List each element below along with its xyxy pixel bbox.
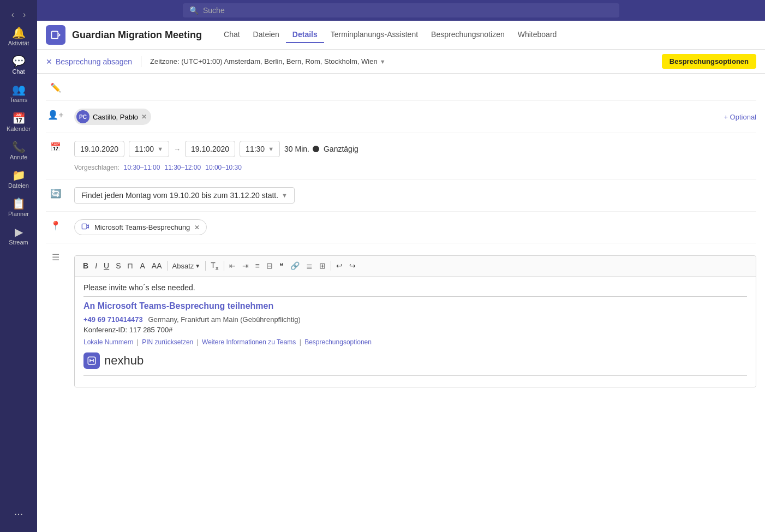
- toolbar-font-size[interactable]: AA: [149, 260, 165, 272]
- toolbar-underline[interactable]: U: [101, 260, 112, 272]
- teams-join-link[interactable]: An Microsoft Teams-Besprechung teilnehme…: [83, 301, 747, 311]
- recurrence-content: Findet jeden Montag vom 19.10.20 bis zum…: [74, 187, 756, 204]
- optional-button[interactable]: + Optional: [724, 113, 756, 121]
- link-pin-reset[interactable]: PIN zurücksetzen: [142, 338, 193, 346]
- toolbar-sep-2: [205, 261, 206, 271]
- attendee-name: Castillo, Pablo: [93, 113, 138, 121]
- link-besprechungsoptionen[interactable]: Besprechungsoptionen: [304, 338, 372, 346]
- toolbar-bold[interactable]: B: [80, 260, 91, 272]
- sidebar-item-anrufe[interactable]: 📞 Anrufe: [0, 137, 37, 165]
- toolbar-undo[interactable]: ↩: [333, 260, 345, 272]
- editor-body[interactable]: Please invite who´s else needed. An Micr…: [75, 277, 756, 387]
- link-more-info[interactable]: Weitere Informationen zu Teams: [202, 338, 296, 346]
- main-area: Guardian Migration Meeting Chat Dateien …: [37, 21, 765, 532]
- allday-label: Ganztägig: [324, 145, 358, 153]
- sidebar-item-more[interactable]: ···: [0, 504, 37, 523]
- tab-dateien[interactable]: Dateien: [247, 27, 286, 43]
- toolbar-bullet-list[interactable]: ≡: [253, 260, 262, 272]
- nexhub-logo: nexhub: [83, 352, 747, 369]
- editor-toolbar: B I U S ⊓ A AA Absatz ▼: [75, 256, 756, 277]
- title-icon: ✏️: [46, 81, 65, 93]
- toolbar-italic[interactable]: I: [92, 260, 100, 272]
- timezone-chevron-icon: ▼: [380, 58, 386, 65]
- end-time-value: 11:30: [246, 145, 265, 153]
- back-button[interactable]: ‹: [8, 9, 17, 21]
- global-search-input[interactable]: [203, 6, 613, 15]
- toolbar-indent-less[interactable]: ⇤: [226, 260, 238, 272]
- recurrence-row: 🔄 Findet jeden Montag vom 19.10.20 bis z…: [46, 180, 756, 212]
- svg-rect-1: [82, 224, 87, 229]
- timezone-selector[interactable]: Zeitzone: (UTC+01:00) Amsterdam, Berlin,…: [150, 57, 385, 65]
- toolbar-sep-1: [167, 261, 168, 271]
- aktivitat-icon: 🔔: [12, 27, 26, 38]
- forward-button[interactable]: ›: [20, 9, 29, 21]
- tab-chat[interactable]: Chat: [217, 27, 247, 43]
- sidebar-item-stream[interactable]: ▶ Stream: [0, 222, 37, 250]
- avatar: PC: [76, 110, 89, 123]
- suggested-time-2[interactable]: 11:30–12:00: [164, 164, 201, 171]
- stream-icon: ▶: [15, 226, 23, 237]
- attendee-chip: PC Castillo, Pablo ✕: [74, 109, 151, 125]
- recurrence-select[interactable]: Findet jeden Montag vom 19.10.20 bis zum…: [74, 187, 295, 204]
- toolbar-redo[interactable]: ↪: [346, 260, 358, 272]
- sidebar-item-teams[interactable]: 👥 Teams: [0, 80, 37, 108]
- toolbar-numbered-list[interactable]: ⊟: [264, 260, 276, 272]
- conference-id-value: 117 285 700#: [129, 326, 173, 334]
- sidebar: ‹ › 🔔 Aktivität 💬 Chat 👥 Teams 📅 Kalende…: [0, 0, 37, 532]
- cancel-meeting-button[interactable]: ✕ Besprechung absagen: [46, 57, 132, 66]
- planner-icon: 📋: [12, 198, 26, 209]
- end-time-field[interactable]: 11:30 ▼: [240, 141, 280, 157]
- location-value: Microsoft Teams-Besprechung: [94, 223, 190, 231]
- toolbar-align[interactable]: ≣: [303, 260, 315, 272]
- sidebar-item-dateien[interactable]: 📁 Dateien: [0, 165, 37, 194]
- teams-icon: 👥: [12, 84, 26, 95]
- toolbar-link[interactable]: 🔗: [288, 260, 302, 272]
- toolbar-strikethrough[interactable]: S: [113, 260, 123, 272]
- toolbar-sep-4: [331, 261, 331, 271]
- toolbar-font-color[interactable]: A: [137, 260, 147, 272]
- besprechungsoptionen-button[interactable]: Besprechungsoptionen: [662, 54, 756, 69]
- toolbar-paragraph[interactable]: Absatz ▼: [170, 260, 204, 272]
- end-date-field[interactable]: 19.10.2020: [185, 141, 235, 157]
- remove-attendee-button[interactable]: ✕: [141, 113, 147, 121]
- suggested-time-1[interactable]: 10:30–11:00: [124, 164, 160, 171]
- recurrence-value: Findet jeden Montag vom 19.10.20 bis zum…: [81, 191, 278, 200]
- toolbar-table[interactable]: ⊞: [316, 260, 328, 272]
- remove-location-button[interactable]: ✕: [194, 224, 200, 231]
- sidebar-item-chat[interactable]: 💬 Chat: [0, 51, 37, 80]
- conference-id-label: Konferenz-ID:: [83, 326, 127, 334]
- editor-divider-1: [83, 296, 747, 297]
- tab-whiteboard[interactable]: Whiteboard: [511, 27, 564, 43]
- tab-details[interactable]: Details: [286, 27, 324, 43]
- tab-terminplanungs[interactable]: Terminplanungs-Assistent: [324, 27, 425, 43]
- toolbar-quote[interactable]: ❝: [277, 260, 286, 272]
- suggested-time-3[interactable]: 10:00–10:30: [205, 164, 242, 171]
- attendee-add-icon: 👤+: [46, 109, 65, 120]
- timezone-label: Zeitzone: (UTC+01:00) Amsterdam, Berlin,…: [150, 57, 378, 65]
- more-icon: ···: [14, 508, 23, 519]
- link-local-numbers[interactable]: Lokale Nummern: [83, 338, 133, 346]
- toolbar-indent-more[interactable]: ⇥: [240, 260, 252, 272]
- end-time-chevron: ▼: [268, 146, 274, 152]
- paragraph-chevron: ▼: [195, 263, 200, 269]
- sidebar-item-kalender[interactable]: 📅 Kalender: [0, 109, 37, 137]
- sidebar-item-planner[interactable]: 📋 Planner: [0, 194, 37, 222]
- editor-divider-2: [83, 375, 747, 376]
- title-input[interactable]: Guardian Migration Meeting: [74, 81, 756, 91]
- toolbar-clear-fmt[interactable]: Tx: [208, 259, 221, 273]
- start-date-field[interactable]: 19.10.2020: [74, 141, 124, 157]
- editor-list-icon: ☰: [46, 251, 65, 262]
- global-topbar: 🔍: [37, 0, 765, 21]
- tab-besprechungsnotizen[interactable]: Besprechungsnotizen: [425, 27, 511, 43]
- editor-body-text: Please invite who´s else needed.: [83, 283, 747, 292]
- tabs: Chat Dateien Details Terminplanungs-Assi…: [217, 27, 563, 43]
- conference-id-line: Konferenz-ID: 117 285 700#: [83, 326, 747, 334]
- recurrence-chevron: ▼: [282, 192, 288, 199]
- phone-location: Germany, Frankfurt am Main (Gebührenpfli…: [148, 315, 300, 324]
- attendees-content: PC Castillo, Pablo ✕ + Optional: [74, 109, 756, 125]
- toolbar-highlight[interactable]: ⊓: [124, 260, 136, 272]
- content-area: ✏️ Guardian Migration Meeting 👤+ PC Cast…: [37, 74, 765, 532]
- start-time-field[interactable]: 11:00 ▼: [129, 141, 169, 157]
- cancel-label: Besprechung absagen: [56, 57, 132, 66]
- sidebar-item-aktivitat[interactable]: 🔔 Aktivität: [0, 23, 37, 51]
